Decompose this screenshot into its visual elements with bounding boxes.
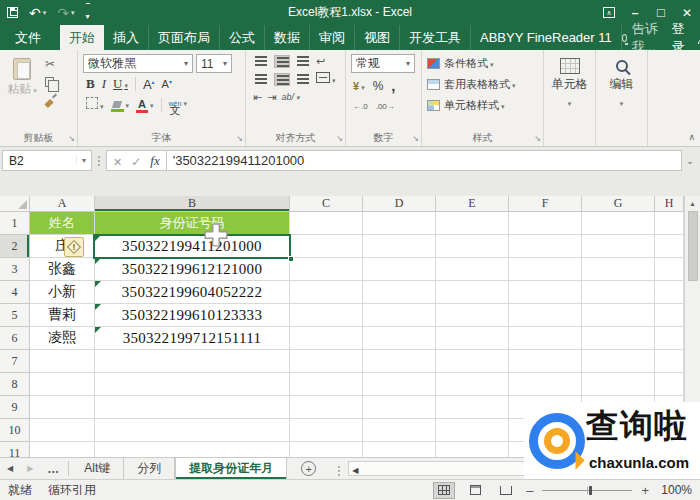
tab-review[interactable]: 审阅 bbox=[310, 25, 355, 50]
zoom-slider-thumb[interactable] bbox=[589, 486, 592, 495]
cell[interactable] bbox=[290, 212, 363, 235]
cell[interactable] bbox=[290, 396, 363, 419]
sheet-nav-next-icon[interactable] bbox=[20, 458, 40, 479]
merge-center-button[interactable] bbox=[316, 72, 336, 86]
cell[interactable] bbox=[436, 442, 509, 457]
paste-button[interactable]: 粘贴 bbox=[5, 54, 39, 131]
cell[interactable] bbox=[582, 281, 655, 304]
orientation-button[interactable]: ab/ bbox=[281, 92, 299, 102]
cell[interactable] bbox=[290, 350, 363, 373]
cell[interactable] bbox=[363, 235, 436, 258]
col-header-C[interactable]: C bbox=[290, 196, 363, 212]
cell[interactable] bbox=[363, 350, 436, 373]
cell[interactable] bbox=[363, 373, 436, 396]
cell[interactable] bbox=[95, 396, 290, 419]
cell[interactable] bbox=[436, 396, 509, 419]
row-header-9[interactable]: 9 bbox=[0, 396, 30, 419]
alignment-dialog-launcher-icon[interactable] bbox=[336, 130, 343, 144]
cell[interactable] bbox=[290, 281, 363, 304]
cell-A1[interactable]: 姓名 bbox=[30, 212, 95, 235]
cell-B2[interactable]: 350322199411201000 bbox=[95, 235, 290, 258]
new-sheet-icon[interactable] bbox=[301, 461, 316, 476]
enter-icon[interactable] bbox=[131, 152, 141, 170]
underline-button[interactable]: U bbox=[113, 76, 128, 92]
col-header-F[interactable]: F bbox=[509, 196, 582, 212]
cell-B4[interactable]: 350322199604052222 bbox=[95, 281, 290, 304]
view-normal-button[interactable] bbox=[433, 482, 455, 499]
cell-B6[interactable]: 350322199712151111 bbox=[95, 327, 290, 350]
cell[interactable] bbox=[509, 235, 582, 258]
font-dialog-launcher-icon[interactable] bbox=[236, 130, 243, 144]
cut-icon[interactable] bbox=[45, 57, 60, 71]
cell[interactable] bbox=[290, 304, 363, 327]
clipboard-dialog-launcher-icon[interactable] bbox=[68, 130, 75, 144]
vertical-scroll-thumb[interactable] bbox=[688, 211, 698, 281]
cell[interactable] bbox=[30, 396, 95, 419]
cell[interactable] bbox=[290, 442, 363, 457]
cell[interactable] bbox=[436, 281, 509, 304]
font-size-combo[interactable]: 11▾ bbox=[196, 54, 232, 73]
font-color-button[interactable]: A bbox=[136, 97, 154, 113]
cell[interactable] bbox=[363, 419, 436, 442]
cell[interactable] bbox=[95, 350, 290, 373]
row-header-6[interactable]: 6 bbox=[0, 327, 30, 350]
cell[interactable] bbox=[582, 304, 655, 327]
col-header-B[interactable]: B bbox=[95, 196, 290, 212]
align-right-button[interactable] bbox=[295, 73, 311, 86]
ribbon-display-options-button[interactable] bbox=[596, 0, 622, 25]
cell[interactable] bbox=[509, 304, 582, 327]
scroll-left-icon[interactable] bbox=[352, 462, 358, 476]
cell[interactable] bbox=[290, 419, 363, 442]
tab-formulas[interactable]: 公式 bbox=[220, 25, 265, 50]
align-bottom-button[interactable] bbox=[295, 55, 311, 68]
view-page-layout-button[interactable] bbox=[464, 482, 486, 499]
insert-function-icon[interactable]: fx bbox=[150, 153, 159, 169]
sheet-tab-active[interactable]: 提取身份证年月 bbox=[175, 458, 287, 479]
scroll-up-icon[interactable]: ▲ bbox=[685, 196, 700, 207]
accounting-format-button[interactable] bbox=[353, 79, 365, 93]
cell[interactable] bbox=[363, 281, 436, 304]
cell[interactable] bbox=[436, 304, 509, 327]
cell[interactable] bbox=[436, 373, 509, 396]
cell[interactable] bbox=[509, 212, 582, 235]
cell[interactable] bbox=[582, 235, 655, 258]
cell[interactable] bbox=[290, 373, 363, 396]
zoom-in-icon[interactable] bbox=[641, 483, 649, 498]
customize-qat-icon[interactable] bbox=[86, 3, 90, 23]
cell-A4[interactable]: 小新 bbox=[30, 281, 95, 304]
cell-B3[interactable]: 350322199612121000 bbox=[95, 258, 290, 281]
fill-handle[interactable] bbox=[288, 256, 294, 262]
cell-A2[interactable]: 庄 bbox=[30, 235, 95, 258]
col-header-G[interactable]: G bbox=[582, 196, 655, 212]
row-header-5[interactable]: 5 bbox=[0, 304, 30, 327]
chevron-down-icon[interactable]: ▾ bbox=[76, 156, 91, 165]
cell[interactable] bbox=[95, 442, 290, 457]
tab-page-layout[interactable]: 页面布局 bbox=[149, 25, 220, 50]
cell[interactable] bbox=[582, 258, 655, 281]
row-header-2[interactable]: 2 bbox=[0, 235, 30, 258]
tab-data[interactable]: 数据 bbox=[265, 25, 310, 50]
cell-A3[interactable]: 张鑫 bbox=[30, 258, 95, 281]
increase-indent-icon[interactable] bbox=[267, 90, 276, 104]
row-header-3[interactable]: 3 bbox=[0, 258, 30, 281]
minimize-button[interactable] bbox=[622, 0, 648, 25]
sheet-nav-prev-icon[interactable] bbox=[0, 458, 20, 479]
cell[interactable] bbox=[655, 373, 684, 396]
cell[interactable] bbox=[363, 442, 436, 457]
cell[interactable] bbox=[582, 212, 655, 235]
cell[interactable] bbox=[655, 304, 684, 327]
cell[interactable] bbox=[363, 304, 436, 327]
format-as-table-button[interactable]: 套用表格格式 bbox=[427, 77, 538, 92]
cell[interactable] bbox=[30, 350, 95, 373]
increase-decimal-icon[interactable] bbox=[353, 98, 368, 112]
col-header-E[interactable]: E bbox=[436, 196, 509, 212]
cell[interactable] bbox=[509, 373, 582, 396]
cell-B1[interactable]: 身份证号码 bbox=[95, 212, 290, 235]
cell-A5[interactable]: 曹莉 bbox=[30, 304, 95, 327]
cell[interactable] bbox=[655, 350, 684, 373]
align-center-button[interactable] bbox=[274, 73, 290, 86]
formula-input[interactable]: '350322199411201000 bbox=[167, 150, 682, 171]
cell[interactable] bbox=[436, 419, 509, 442]
sheet-tab-altkey[interactable]: Alt键 bbox=[71, 458, 124, 479]
conditional-formatting-button[interactable]: 条件格式 bbox=[427, 56, 538, 71]
